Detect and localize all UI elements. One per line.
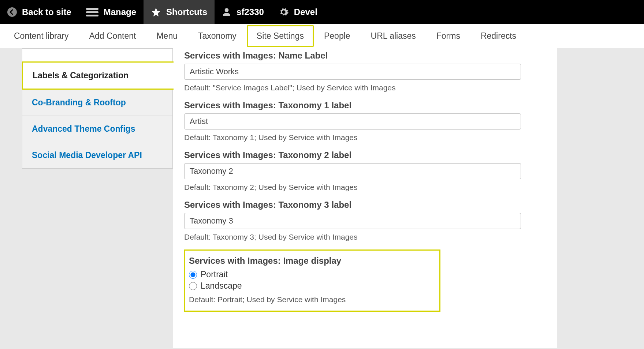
field-name-label-title: Services with Images: Name Label xyxy=(184,50,546,61)
sidebar-item-social-api[interactable]: Social Media Developer API xyxy=(22,142,173,169)
radio-landscape-label: Landscape xyxy=(201,281,242,291)
field-name-label-help: Default: "Service Images Label"; Used by… xyxy=(184,83,546,92)
manage-button[interactable]: Manage xyxy=(79,0,144,24)
field-taxonomy2-help: Default: Taxonomy 2; Used by Service wit… xyxy=(184,183,546,192)
nav-redirects[interactable]: Redirects xyxy=(470,25,526,47)
field-taxonomy3: Services with Images: Taxonomy 3 label D… xyxy=(184,200,546,241)
svg-rect-2 xyxy=(86,11,98,13)
nav-add-content[interactable]: Add Content xyxy=(79,25,146,47)
nav-url-aliases[interactable]: URL aliases xyxy=(361,25,426,47)
radio-portrait-input[interactable] xyxy=(189,271,197,279)
nav-forms[interactable]: Forms xyxy=(426,25,470,47)
shortcuts-label: Shortcuts xyxy=(166,7,207,17)
devel-button[interactable]: Devel xyxy=(271,0,325,24)
hamburger-icon xyxy=(86,7,98,17)
nav-people[interactable]: People xyxy=(314,25,361,47)
settings-content: Services with Images: Name Label Default… xyxy=(173,48,557,348)
field-image-display-title: Services with Images: Image display xyxy=(189,256,436,266)
radio-landscape[interactable]: Landscape xyxy=(189,281,436,291)
gear-icon xyxy=(279,7,289,17)
sidebar-item-theme-configs[interactable]: Advanced Theme Configs xyxy=(22,116,173,142)
user-button[interactable]: sf2330 xyxy=(215,0,271,24)
svg-rect-1 xyxy=(86,8,98,10)
sidebar-item-cobranding[interactable]: Co-Branding & Rooftop xyxy=(22,90,173,116)
admin-toolbar: Back to site Manage Shortcuts sf2330 Dev… xyxy=(0,0,644,24)
radio-portrait-label: Portrait xyxy=(201,270,228,279)
user-icon xyxy=(222,7,231,17)
main-area: Labels & Categorization Co-Branding & Ro… xyxy=(0,48,644,348)
back-to-site-label: Back to site xyxy=(22,7,71,17)
field-taxonomy1-input[interactable] xyxy=(184,113,521,130)
back-arrow-icon xyxy=(7,7,17,17)
field-image-display: Services with Images: Image display Port… xyxy=(184,249,440,312)
field-taxonomy2: Services with Images: Taxonomy 2 label D… xyxy=(184,150,546,192)
svg-point-0 xyxy=(7,7,17,17)
radio-landscape-input[interactable] xyxy=(189,282,197,290)
field-taxonomy3-title: Services with Images: Taxonomy 3 label xyxy=(184,200,546,210)
nav-content-library[interactable]: Content library xyxy=(4,25,79,47)
devel-label: Devel xyxy=(294,7,317,17)
field-taxonomy2-title: Services with Images: Taxonomy 2 label xyxy=(184,150,546,160)
star-icon xyxy=(151,7,161,17)
field-taxonomy3-input[interactable] xyxy=(184,213,521,229)
shortcuts-button[interactable]: Shortcuts xyxy=(144,0,215,24)
secondary-nav: Content library Add Content Menu Taxonom… xyxy=(0,24,644,48)
field-taxonomy1-title: Services with Images: Taxonomy 1 label xyxy=(184,100,546,110)
manage-label: Manage xyxy=(104,7,136,17)
nav-taxonomy[interactable]: Taxonomy xyxy=(188,25,247,47)
settings-sidebar: Labels & Categorization Co-Branding & Ro… xyxy=(22,48,173,348)
sidebar-blank-top xyxy=(22,48,173,61)
sidebar-item-labels[interactable]: Labels & Categorization xyxy=(22,61,174,90)
nav-site-settings[interactable]: Site Settings xyxy=(247,25,314,47)
field-taxonomy2-input[interactable] xyxy=(184,163,521,179)
field-taxonomy1-help: Default: Taxonomy 1; Used by Service wit… xyxy=(184,133,546,142)
field-taxonomy1: Services with Images: Taxonomy 1 label D… xyxy=(184,100,546,142)
field-image-display-help: Default: Portrait; Used by Service with … xyxy=(189,295,436,304)
user-label: sf2330 xyxy=(237,7,264,17)
nav-menu[interactable]: Menu xyxy=(146,25,188,47)
back-to-site-button[interactable]: Back to site xyxy=(0,0,79,24)
field-name-label: Services with Images: Name Label Default… xyxy=(184,50,546,92)
radio-portrait[interactable]: Portrait xyxy=(189,270,436,279)
field-taxonomy3-help: Default: Taxonomy 3; Used by Service wit… xyxy=(184,233,546,241)
svg-rect-3 xyxy=(86,15,98,16)
field-name-label-input[interactable] xyxy=(184,64,521,80)
